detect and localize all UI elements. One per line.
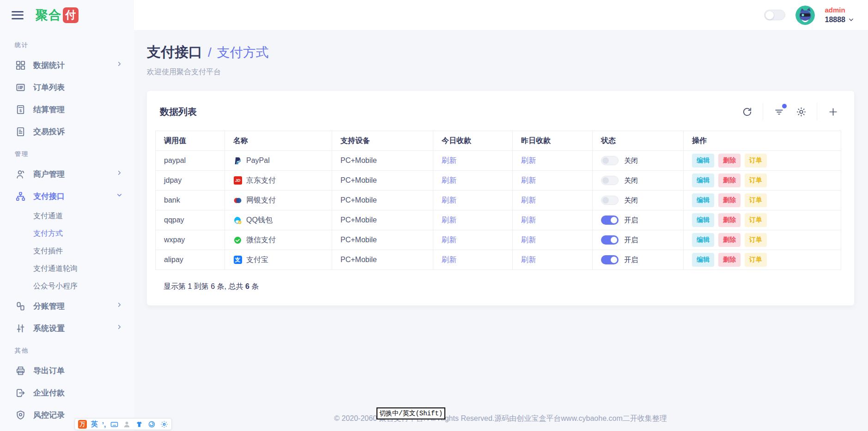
- bank-icon: [233, 196, 242, 205]
- today-refresh-link[interactable]: 刷新: [442, 216, 456, 224]
- sidebar-item-label: 企业付款: [33, 388, 123, 398]
- cell-name: PayPal: [233, 156, 323, 165]
- sidebar-item-结算管理[interactable]: $结算管理: [0, 98, 134, 120]
- today-refresh-link[interactable]: 刷新: [442, 236, 456, 244]
- sidebar-subitem-公众号小程序[interactable]: 公众号小程序: [0, 277, 134, 295]
- qq-icon: [233, 216, 242, 225]
- cell-status: 开启: [601, 255, 675, 264]
- sidebar-subitem-支付通道轮询[interactable]: 支付通道轮询: [0, 260, 134, 277]
- chevron-down-icon: [848, 17, 854, 23]
- card-header: 数据列表: [147, 91, 854, 131]
- order-button[interactable]: 订单: [745, 193, 767, 207]
- merchants-icon: [15, 168, 26, 180]
- sidebar-item-企业付款[interactable]: 企业付款: [0, 382, 134, 404]
- table-row: qqpayQQ钱包PC+Mobile刷新刷新开启编辑删除订单: [156, 210, 841, 230]
- cell-code: bank: [156, 191, 225, 210]
- sidebar-subitem-支付通道[interactable]: 支付通道: [0, 207, 134, 225]
- yesterday-refresh-link[interactable]: 刷新: [521, 196, 536, 204]
- order-button[interactable]: 订单: [745, 253, 767, 267]
- breadcrumb-current[interactable]: 支付方式: [217, 44, 269, 61]
- delete-button[interactable]: 删除: [718, 253, 741, 267]
- status-toggle[interactable]: [601, 255, 619, 264]
- breadcrumb: 支付接口 / 支付方式: [147, 43, 854, 62]
- sidebar-item-数据统计[interactable]: 数据统计: [0, 54, 134, 76]
- yesterday-refresh-link[interactable]: 刷新: [521, 176, 536, 184]
- edit-button[interactable]: 编辑: [692, 253, 714, 267]
- sidebar-item-交易投诉[interactable]: 交易投诉: [0, 120, 134, 143]
- today-refresh-link[interactable]: 刷新: [442, 256, 456, 263]
- refresh-icon[interactable]: [741, 106, 753, 118]
- delete-button[interactable]: 删除: [718, 233, 741, 247]
- sliders-icon: [15, 323, 26, 334]
- filter-icon[interactable]: [773, 106, 785, 118]
- order-button[interactable]: 订单: [745, 213, 767, 227]
- data-card: 数据列表: [147, 91, 854, 305]
- table-row: paypalPayPalPC+Mobile刷新刷新关闭编辑删除订单: [156, 151, 841, 171]
- yesterday-refresh-link[interactable]: 刷新: [521, 216, 536, 224]
- sidebar-section-label: 统计: [0, 34, 134, 54]
- sidebar-subitem-支付方式[interactable]: 支付方式: [0, 225, 134, 242]
- cell-device: PC+Mobile: [332, 151, 433, 171]
- keyboard-icon[interactable]: [110, 420, 118, 428]
- ime-language-mode[interactable]: 英: [91, 420, 98, 429]
- status-label: 关闭: [624, 156, 638, 165]
- sidebar-section-label: 其他: [0, 339, 134, 359]
- wechat-icon: [233, 236, 242, 245]
- today-refresh-link[interactable]: 刷新: [442, 196, 456, 204]
- sidebar-item-导出订单[interactable]: 导出订单: [0, 359, 134, 382]
- user-profile-icon[interactable]: [122, 420, 131, 428]
- brand-logo[interactable]: 聚合 付: [36, 7, 79, 24]
- sidebar-item-分账管理[interactable]: 分账管理: [0, 295, 134, 317]
- yesterday-refresh-link[interactable]: 刷新: [521, 236, 536, 244]
- sidebar-item-label: 交易投诉: [33, 126, 123, 137]
- toolbar-divider: [763, 103, 763, 120]
- swirl-icon[interactable]: [147, 420, 156, 428]
- delete-button[interactable]: 删除: [718, 213, 741, 227]
- gear-icon[interactable]: [795, 106, 807, 118]
- sidebar-item-商户管理[interactable]: 商户管理: [0, 163, 134, 185]
- today-refresh-link[interactable]: 刷新: [442, 176, 456, 184]
- brand-row: 聚合 付: [0, 0, 134, 30]
- hamburger-menu-icon[interactable]: [12, 11, 24, 19]
- edit-button[interactable]: 编辑: [692, 154, 714, 168]
- cell-device: PC+Mobile: [332, 230, 433, 250]
- sidebar-item-label: 订单列表: [33, 82, 123, 93]
- delete-button[interactable]: 删除: [718, 154, 741, 168]
- yesterday-refresh-link[interactable]: 刷新: [521, 256, 536, 263]
- order-list-icon: [15, 82, 26, 93]
- table-row: jdpayJD京东支付PC+Mobile刷新刷新关闭编辑删除订单: [156, 171, 841, 191]
- user-menu[interactable]: admin 18888: [825, 6, 855, 25]
- theme-toggle[interactable]: [764, 10, 785, 20]
- sidebar-item-订单列表[interactable]: 订单列表: [0, 76, 134, 98]
- order-button[interactable]: 订单: [745, 154, 767, 168]
- order-button[interactable]: 订单: [745, 174, 767, 187]
- ime-settings-gear-icon[interactable]: [160, 420, 168, 428]
- ime-punctuation-mode[interactable]: ’,: [102, 420, 106, 428]
- column-header-支持设备: 支持设备: [332, 131, 433, 151]
- status-toggle[interactable]: [601, 235, 619, 245]
- edit-button[interactable]: 编辑: [692, 233, 714, 247]
- cell-name: 支支付宝: [233, 255, 323, 265]
- today-refresh-link[interactable]: 刷新: [442, 156, 456, 164]
- sidebar-item-系统设置[interactable]: 系统设置: [0, 317, 134, 339]
- page-content: 支付接口 / 支付方式 欢迎使用聚合支付平台 数据列表: [134, 30, 868, 431]
- order-button[interactable]: 订单: [745, 233, 767, 247]
- status-toggle[interactable]: [601, 176, 619, 185]
- status-toggle[interactable]: [601, 216, 619, 225]
- delete-button[interactable]: 删除: [718, 193, 741, 207]
- delete-button[interactable]: 删除: [718, 174, 741, 187]
- skin-tshirt-icon[interactable]: [135, 420, 143, 428]
- yesterday-refresh-link[interactable]: 刷新: [521, 156, 536, 164]
- add-icon[interactable]: [827, 106, 839, 118]
- sidebar-item-支付接口[interactable]: 支付接口: [0, 185, 134, 207]
- edit-button[interactable]: 编辑: [692, 174, 714, 187]
- toolbar-divider: [817, 103, 817, 120]
- edit-button[interactable]: 编辑: [692, 193, 714, 207]
- cell-code: wxpay: [156, 230, 225, 250]
- edit-button[interactable]: 编辑: [692, 213, 714, 227]
- ime-logo-icon[interactable]: 万: [78, 420, 87, 429]
- avatar[interactable]: [795, 6, 815, 25]
- status-toggle[interactable]: [601, 196, 619, 205]
- status-toggle[interactable]: [601, 156, 619, 165]
- sidebar-subitem-支付插件[interactable]: 支付插件: [0, 242, 134, 260]
